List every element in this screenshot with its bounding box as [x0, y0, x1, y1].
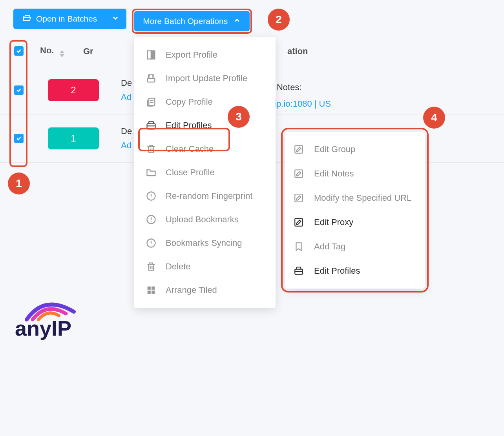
- column-header-no[interactable]: No.: [32, 45, 83, 57]
- menu-item-import-update-profile[interactable]: Import Update Profile: [134, 67, 276, 90]
- menu-item-rerandom-fingerprint[interactable]: Re-random Fingerprint: [134, 184, 276, 208]
- pencil-square-icon: [294, 217, 305, 227]
- select-all-checkbox[interactable]: [14, 46, 24, 56]
- row-number-badge: 1: [48, 127, 99, 149]
- annotation-badge-1: 1: [8, 173, 30, 194]
- row-title-partial: De: [121, 126, 132, 136]
- menu-item-upload-bookmarks[interactable]: Upload Bookmarks: [134, 208, 276, 231]
- copy-icon: [144, 96, 158, 107]
- svg-rect-15: [295, 218, 303, 226]
- submenu-item-modify-url[interactable]: Modify the Specified URL: [285, 186, 425, 210]
- menu-item-clear-cache[interactable]: Clear Cache: [134, 137, 276, 161]
- profiles-icon: [294, 266, 305, 276]
- more-batch-operations-button[interactable]: More Batch Operations: [134, 11, 250, 31]
- svg-rect-13: [295, 170, 303, 178]
- anyip-logo-text: anyIP: [15, 316, 71, 340]
- submenu-item-edit-notes[interactable]: Edit Notes: [285, 162, 425, 186]
- trash-icon: [144, 261, 158, 272]
- chevron-up-icon: [233, 16, 241, 26]
- annotation-outline-4: Edit Group Edit Notes Modify the Specifi…: [281, 128, 429, 292]
- row-number-badge: 2: [48, 79, 99, 101]
- more-batch-operations-label: More Batch Operations: [143, 16, 228, 26]
- bookmark-icon: [294, 242, 305, 252]
- import-icon: [144, 73, 158, 84]
- submenu-item-edit-group[interactable]: Edit Group: [285, 137, 425, 162]
- pencil-square-icon: [294, 144, 305, 154]
- svg-rect-14: [295, 194, 303, 202]
- svg-rect-8: [148, 287, 151, 290]
- svg-rect-11: [152, 291, 155, 294]
- more-batch-operations-menu: Export Profile Import Update Profile Cop…: [134, 37, 276, 308]
- submenu-item-edit-proxy[interactable]: Edit Proxy: [285, 210, 425, 234]
- annotation-badge-3: 3: [228, 106, 250, 128]
- row-link-partial[interactable]: Ad: [121, 92, 132, 102]
- open-in-batches-label: Open in Batches: [36, 14, 97, 24]
- button-separator: [105, 13, 105, 25]
- submenu-item-add-tag[interactable]: Add Tag: [285, 234, 425, 259]
- menu-item-delete[interactable]: Delete: [134, 255, 276, 278]
- menu-item-copy-profile[interactable]: Copy Profile: [134, 90, 276, 114]
- menu-item-bookmarks-syncing[interactable]: Bookmarks Syncing: [134, 231, 276, 255]
- pencil-square-icon: [294, 193, 305, 203]
- menu-item-arrange-tiled[interactable]: Arrange Tiled: [134, 278, 276, 302]
- menu-item-close-profile[interactable]: Close Profile: [134, 161, 276, 184]
- annotation-badge-2: 2: [268, 9, 290, 31]
- folder-icon: [144, 167, 158, 178]
- row-checkbox[interactable]: [14, 85, 24, 95]
- folder-open-icon: [22, 13, 31, 25]
- menu-item-export-profile[interactable]: Export Profile: [134, 43, 276, 67]
- row-title-partial: De: [121, 78, 132, 88]
- alert-icon: [144, 191, 158, 202]
- sort-icon: [60, 50, 64, 57]
- submenu-item-edit-profiles[interactable]: Edit Profiles: [285, 259, 425, 283]
- row-link-partial[interactable]: Ad: [121, 140, 132, 151]
- svg-rect-4: [147, 124, 155, 129]
- alert-icon: [144, 214, 158, 225]
- svg-rect-9: [152, 287, 155, 290]
- svg-rect-10: [148, 291, 151, 294]
- svg-rect-0: [148, 51, 151, 59]
- menu-item-edit-profiles[interactable]: Edit Profiles: [134, 114, 276, 137]
- export-icon: [144, 49, 158, 60]
- pencil-square-icon: [294, 169, 305, 179]
- alert-icon: [144, 238, 158, 249]
- column-header-information[interactable]: ation: [272, 46, 308, 56]
- svg-rect-1: [151, 51, 155, 59]
- edit-profiles-submenu: Edit Group Edit Notes Modify the Specifi…: [285, 132, 425, 289]
- svg-rect-2: [148, 78, 155, 82]
- svg-rect-16: [295, 269, 303, 274]
- svg-rect-12: [295, 145, 303, 153]
- row-checkbox[interactable]: [14, 134, 24, 143]
- open-in-batches-button[interactable]: Open in Batches: [13, 9, 126, 29]
- annotation-badge-4: 4: [423, 107, 445, 129]
- chevron-down-icon[interactable]: [111, 14, 119, 24]
- profiles-icon: [144, 120, 158, 131]
- more-batch-operations-highlight: More Batch Operations: [132, 9, 252, 34]
- grid-icon: [144, 285, 158, 296]
- trash-icon: [144, 144, 158, 154]
